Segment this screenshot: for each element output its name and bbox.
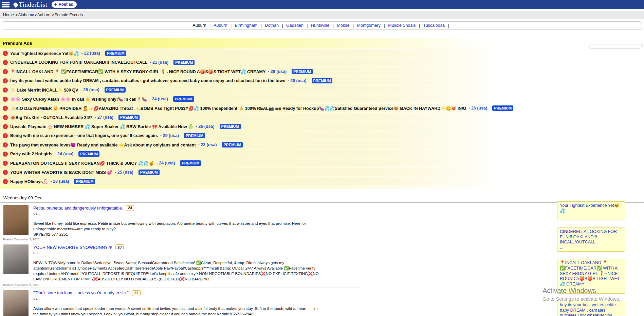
post-description: NEW IN TOWNMy name is Dallas !Seductive,… xyxy=(33,260,320,282)
premium-ad-row[interactable]: ↑ ✨K.O Daa NUMBER 👑 PROVIDER 💆✨💋AMAZING … xyxy=(0,104,644,112)
premium-ad-title[interactable]: Upscale Playmate 🎂 NEW NUMBER 💦 Super So… xyxy=(10,124,194,129)
sidebar-ad-title[interactable]: Your Tightest Experience Yet😼💦 xyxy=(560,203,619,213)
premium-ad-meta: - 26 (usa) xyxy=(196,124,215,129)
premium-ad-row[interactable]: ↑ Being with me is an experience—one tha… xyxy=(0,132,644,140)
post-title-link[interactable]: "'Don't stare too long… unless you're re… xyxy=(33,291,129,295)
premium-ad-meta: - 25 (usa) xyxy=(115,170,133,175)
premium-ad-row[interactable]: ↑ Upscale Playmate 🎂 NEW NUMBER 💦 Super … xyxy=(0,122,644,131)
premium-ad-row[interactable]: ↑ 🌸🌸 Sexy CuRvy Asian 🌸🌸 in call 🤙 visit… xyxy=(0,95,644,103)
premium-ad-title[interactable]: Party with 2 Hot girls xyxy=(10,152,52,156)
premium-badge: PREMIUM xyxy=(180,160,201,166)
premium-ad-title[interactable]: YOUR WINTER FAVORITE IS BACK DONT MISS 💕 xyxy=(10,170,112,175)
post-title-link[interactable]: YOUR NEW FAVORITE SNOWBUNNY ❄ xyxy=(33,245,112,250)
premium-ad-row[interactable]: ↑ 📍INCALL OAKLAND 📍 ✅FACETIME/CAR✅ WITH … xyxy=(0,67,644,76)
city-link-mobile[interactable]: Mobile xyxy=(337,23,349,28)
premium-ad-title[interactable]: Happy HOlidays🎅 xyxy=(10,179,48,184)
sidebar-ad-title[interactable]: 📍INCALL OAKLAND 📍 ✅FACETIME/CAR✅ WITH A … xyxy=(560,260,620,287)
city-link-muscle-shoals[interactable]: Muscle Shoals xyxy=(388,23,416,28)
menu-icon[interactable] xyxy=(2,2,10,7)
city-separator: | xyxy=(231,23,232,28)
premium-ad-title[interactable]: Being with me is an experience—one that … xyxy=(10,133,158,138)
city-link-birmingham[interactable]: Birmingham xyxy=(235,23,258,28)
brand-name: TinderList xyxy=(19,1,48,8)
city-link-auburn[interactable]: Auburn xyxy=(214,23,227,28)
post-ad-button[interactable]: ✈ Post ad xyxy=(52,1,77,8)
premium-ad-row[interactable]: ↑ Your Tightest Experience Yet😼💦 - 22 (u… xyxy=(0,49,644,57)
premium-ad-row[interactable]: ↑ 😻Big Tits Girl - OUTCALL Available 24/… xyxy=(0,113,644,121)
breadcrumb: Home >Alabama>Auburn >Female Escorts xyxy=(0,11,644,19)
list-item: "'Don't stare too long… unless you're re… xyxy=(2,288,362,316)
date-section: Wednesday-03-Dec xyxy=(0,194,644,203)
sidebar-ad[interactable]: hey its your best wettes petite baby DRE… xyxy=(557,301,625,316)
premium-ad-title[interactable]: hey its your best wettes petite baby DRE… xyxy=(10,78,286,83)
post-date: Posted: December 3, 2025 xyxy=(3,238,39,241)
premium-ad-meta: - 24 (usa) xyxy=(157,161,175,165)
post-title-link[interactable]: Petite, brunette, and dangerously unforg… xyxy=(33,206,123,211)
sidebar-ad[interactable]: Your Tightest Experience Yet😼💦 ... xyxy=(557,201,625,220)
city-link-gadsden[interactable]: Gadsden xyxy=(286,23,303,28)
premium-ad-row[interactable]: ↑ CINDERELLA LOOKING FOR FUN!!! OAKLAND!… xyxy=(0,58,644,66)
breadcrumb-home[interactable]: Home xyxy=(3,13,14,17)
premium-badge: PREMIUM xyxy=(118,115,140,120)
premium-ad-row[interactable]: ↑ YOUR WINTER FAVORITE IS BACK DONT MISS… xyxy=(0,168,644,176)
premium-ad-row[interactable]: ↑ The pawg that everyone loves😈 Ready an… xyxy=(0,141,644,149)
premium-ad-title[interactable]: CINDERELLA LOOKING FOR FUN!!! OAKLAND!!!… xyxy=(10,60,147,65)
premium-ad-row[interactable]: ↑ Happy HOlidays🎅 - 23 (usa) PREMIUM xyxy=(0,177,644,185)
listings-feed: Petite, brunette, and dangerously unforg… xyxy=(2,203,362,316)
up-arrow-icon: ↑ xyxy=(3,87,8,93)
premium-ad-meta: - 21 (usa) xyxy=(150,60,168,65)
breadcrumb-auburn[interactable]: Auburn xyxy=(37,13,51,17)
premium-badge: PREMIUM xyxy=(184,133,205,138)
city-separator: | xyxy=(261,23,262,28)
sidebar-ad-title[interactable]: hey its your best wettes petite baby DRE… xyxy=(560,302,621,316)
up-arrow-icon: ↑ xyxy=(3,133,8,138)
premium-ad-title[interactable]: 😻Big Tits Girl - OUTCALL Available 24/7 xyxy=(10,115,92,120)
premium-ad-title[interactable]: 📍INCALL OAKLAND 📍 ✅FACETIME/CAR✅ WITH A … xyxy=(10,69,265,74)
premium-ad-meta: - 27 (usa) xyxy=(95,115,113,120)
premium-ad-meta: - 26 (usa) xyxy=(468,106,487,111)
premium-ad-meta: - 22 (usa) xyxy=(81,51,100,56)
up-arrow-icon: ↑ xyxy=(3,161,8,166)
breadcrumb-alabama[interactable]: Alabama xyxy=(18,13,34,17)
post-thumbnail[interactable] xyxy=(3,290,29,316)
sidebar-ad[interactable]: 📍INCALL OAKLAND 📍 ✅FACETIME/CAR✅ WITH A … xyxy=(557,259,625,294)
premium-ad-row[interactable]: ↑ hey its your best wettes petite baby D… xyxy=(0,77,644,85)
premium-ad-title[interactable]: 🌸🌸 Sexy CuRvy Asian 🌸🌸 in call 🤙 visitin… xyxy=(10,97,147,102)
sidebar-ad[interactable]: CINDERELLA LOOKING FOR FUN!!! OAKLAND!!!… xyxy=(557,228,625,252)
premium-ad-row[interactable]: ↑ PLEASANTON OUTCALLS !! SEXY KOREAN💋 TH… xyxy=(0,159,644,167)
up-arrow-icon: ↑ xyxy=(3,51,8,56)
empty-rounded-box[interactable] xyxy=(589,44,643,48)
premium-badge: PREMIUM xyxy=(173,60,195,65)
premium-ad-row[interactable]: ↑ ✨ Lake Merritt INCALL✨ $80 QV - 28 (us… xyxy=(0,86,644,94)
up-arrow-icon: ↑ xyxy=(3,124,8,129)
top-navbar: TinderList ✈ Post ad xyxy=(0,0,644,9)
city-link-huntsville[interactable]: Huntsville xyxy=(311,23,329,28)
breadcrumb-separator: > xyxy=(15,13,18,17)
date-header: Wednesday-03-Dec xyxy=(0,194,644,202)
up-arrow-icon: ↑ xyxy=(3,170,8,175)
premium-ad-title[interactable]: ✨K.O Daa NUMBER 👑 PROVIDER 💆✨💋AMAZING Th… xyxy=(10,106,466,111)
city-link-montgomery[interactable]: Montgomery xyxy=(357,23,381,28)
breadcrumb-female-escorts[interactable]: Female Escorts xyxy=(55,13,83,17)
city-separator: | xyxy=(384,23,385,28)
breadcrumb-separator: > xyxy=(35,13,37,17)
city-link-tuscaloosa[interactable]: Tuscaloosa xyxy=(423,23,445,28)
premium-ad-title[interactable]: PLEASANTON OUTCALLS !! SEXY KOREAN💋 THIC… xyxy=(10,161,154,166)
post-thumbnail[interactable] xyxy=(3,244,29,274)
premium-badge: PREMIUM xyxy=(220,124,241,129)
city-link-dothan[interactable]: Dothan xyxy=(265,23,279,28)
post-thumbnail[interactable] xyxy=(3,205,29,235)
up-arrow-icon: ↑ xyxy=(3,179,8,184)
site-logo[interactable]: TinderList xyxy=(14,1,48,8)
sidebar-ad-ellipsis: ... xyxy=(560,245,622,251)
premium-ad-meta: - 24 (usa) xyxy=(149,97,168,101)
premium-ad-title[interactable]: ✨ Lake Merritt INCALL✨ $80 QV xyxy=(10,87,78,93)
premium-badge: PREMIUM xyxy=(222,142,243,147)
premium-ad-title[interactable]: Your Tightest Experience Yet😼💦 xyxy=(10,51,79,56)
premium-ad-title[interactable]: The pawg that everyone loves😈 Ready and … xyxy=(10,142,196,147)
up-arrow-icon: ↑ xyxy=(3,60,8,65)
sidebar-ad-title[interactable]: CINDERELLA LOOKING FOR FUN!!! OAKLAND!!!… xyxy=(560,229,617,244)
premium-badge: PREMIUM xyxy=(492,105,513,111)
premium-ad-row[interactable]: ↑ Party with 2 Hot girls - 24 (usa) PREM… xyxy=(0,150,644,158)
city-separator: | xyxy=(209,23,210,28)
